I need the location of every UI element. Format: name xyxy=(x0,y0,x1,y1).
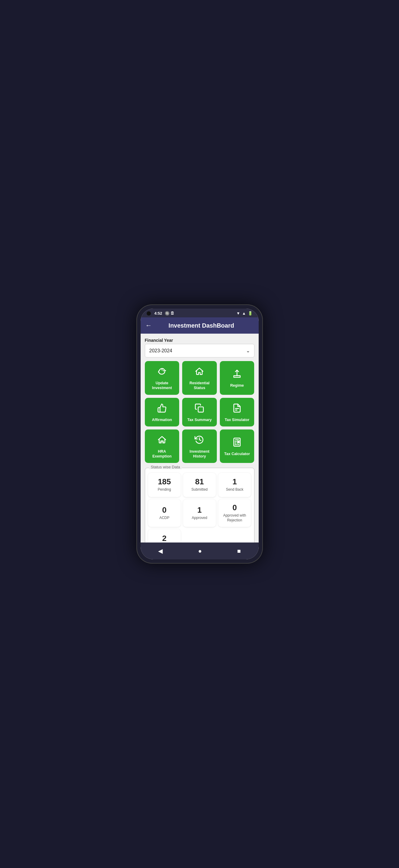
acdp-label: ACDP xyxy=(159,516,169,521)
residential-status-button[interactable]: ResidentialStatus xyxy=(182,361,217,395)
nav-home-button[interactable]: ● xyxy=(192,547,208,556)
pending-label: Pending xyxy=(158,487,171,492)
main-content: Financial Year 2023-2024 ⌄ xyxy=(141,334,259,542)
bottom-nav: ◀ ● ■ xyxy=(141,542,259,559)
phone-frame: 4:52 🔘 🗓 ▼ ▲ 🔋 ← Investment DashBoard Fi… xyxy=(136,304,263,564)
tax-summary-label: Tax Summary xyxy=(187,417,212,422)
pending-count: 185 xyxy=(158,478,171,486)
financial-year-section: Financial Year 2023-2024 ⌄ xyxy=(145,338,255,358)
wifi-icon: ▼ xyxy=(236,311,240,315)
chevron-down-icon: ⌄ xyxy=(246,348,250,353)
piggy-bank-icon xyxy=(157,367,167,378)
status-time: 4:52 xyxy=(155,311,162,315)
residential-status-label: ResidentialStatus xyxy=(190,381,209,391)
fy-dropdown[interactable]: 2023-2024 ⌄ xyxy=(145,344,255,358)
status-card-submitted[interactable]: 81 Submitted xyxy=(183,473,216,497)
regime-label: Regime xyxy=(230,383,244,388)
status-right: ▼ ▲ 🔋 xyxy=(236,311,253,315)
status-section: Status wise Data 185 Pending 81 Submitte… xyxy=(145,468,255,542)
thumbs-up-icon xyxy=(157,403,167,414)
approved-label: Approved xyxy=(192,516,207,521)
approved-rejection-count: 0 xyxy=(232,504,237,512)
approved-count: 1 xyxy=(197,506,201,514)
upload-icon xyxy=(232,369,242,380)
home-check-icon xyxy=(157,435,167,446)
investment-history-button[interactable]: InvestmentHistory xyxy=(182,430,217,463)
send-back-label: Send Back xyxy=(226,487,243,492)
approved-rejection-label: Approved with Rejection xyxy=(221,513,249,523)
status-card-send-back[interactable]: 1 Send Back xyxy=(218,473,251,497)
history-icon xyxy=(195,435,204,446)
status-card-resubmitted[interactable]: 2 Resubmitted xyxy=(148,529,181,542)
fy-value: 2023-2024 xyxy=(149,348,172,353)
status-card-approved[interactable]: 1 Approved xyxy=(183,499,216,527)
svg-point-0 xyxy=(163,370,164,371)
status-icons: 🔘 🗓 xyxy=(165,311,175,315)
phone-screen: 4:52 🔘 🗓 ▼ ▲ 🔋 ← Investment DashBoard Fi… xyxy=(141,309,259,559)
send-back-count: 1 xyxy=(232,478,237,486)
tax-calculator-label: Tax Calculator xyxy=(224,452,250,456)
page-title: Investment DashBoard xyxy=(156,322,246,329)
status-section-title: Status wise Data xyxy=(149,465,182,469)
home-icon xyxy=(195,367,204,378)
investment-history-label: InvestmentHistory xyxy=(190,449,209,459)
submitted-label: Submitted xyxy=(191,487,207,492)
resubmitted-count: 2 xyxy=(162,534,167,542)
calculator-icon xyxy=(232,437,242,448)
status-left: 4:52 🔘 🗓 xyxy=(147,311,175,315)
status-card-approved-with-rejection[interactable]: 0 Approved with Rejection xyxy=(218,499,251,527)
nav-back-button[interactable]: ◀ xyxy=(152,546,169,556)
tax-simulator-button[interactable]: Tax Simulator xyxy=(220,398,255,427)
tax-simulator-label: Tax Simulator xyxy=(225,417,250,422)
status-bar: 4:52 🔘 🗓 ▼ ▲ 🔋 xyxy=(141,309,259,317)
update-investment-label: UpdateInvestment xyxy=(152,381,172,391)
affirmation-label: Affirmation xyxy=(152,417,172,422)
svg-rect-1 xyxy=(198,407,203,412)
back-button[interactable]: ← xyxy=(145,321,152,330)
submitted-count: 81 xyxy=(195,478,204,486)
update-investment-button[interactable]: UpdateInvestment xyxy=(145,361,179,395)
regime-button[interactable]: Regime xyxy=(220,361,255,395)
document-icon xyxy=(232,403,242,414)
nav-recents-button[interactable]: ■ xyxy=(231,547,247,556)
fy-label: Financial Year xyxy=(145,338,255,343)
battery-icon: 🔋 xyxy=(248,311,253,315)
status-card-pending[interactable]: 185 Pending xyxy=(148,473,181,497)
menu-grid: UpdateInvestment ResidentialStatus xyxy=(145,361,255,463)
status-card-acdp[interactable]: 0 ACDP xyxy=(148,499,181,527)
nav-bar: ← Investment DashBoard xyxy=(141,317,259,334)
tax-calculator-button[interactable]: Tax Calculator xyxy=(220,430,255,463)
tax-summary-button[interactable]: Tax Summary xyxy=(182,398,217,427)
hra-exemption-button[interactable]: HRAExemption xyxy=(145,430,179,463)
copy-icon xyxy=(195,403,204,414)
affirmation-button[interactable]: Affirmation xyxy=(145,398,179,427)
acdp-count: 0 xyxy=(162,506,167,514)
signal-icon: ▲ xyxy=(242,311,246,315)
hra-exemption-label: HRAExemption xyxy=(153,449,172,459)
status-grid: 185 Pending 81 Submitted 1 Send Back xyxy=(148,473,251,542)
camera-notch xyxy=(147,311,151,315)
